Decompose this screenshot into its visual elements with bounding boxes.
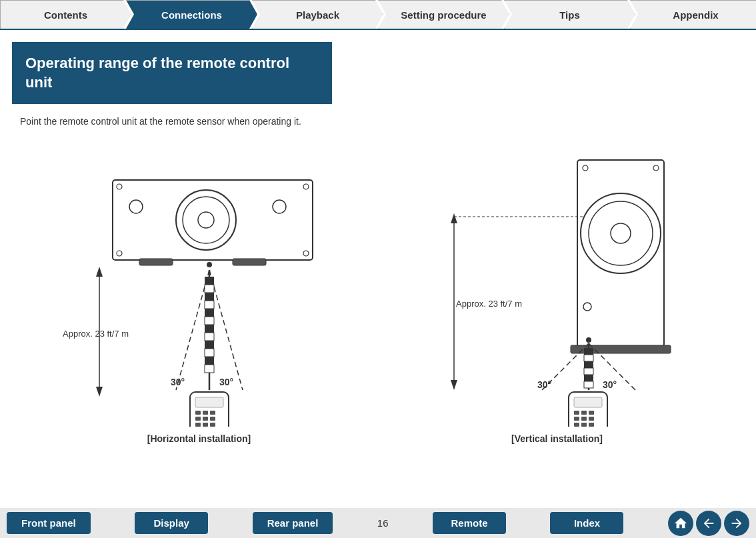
svg-rect-27 — [205, 333, 214, 341]
svg-rect-82 — [574, 417, 579, 421]
svg-rect-37 — [203, 411, 208, 415]
svg-rect-44 — [210, 423, 215, 427]
svg-rect-83 — [581, 417, 587, 421]
svg-rect-41 — [210, 417, 215, 421]
svg-rect-72 — [584, 375, 593, 381]
tab-setting-procedure[interactable]: Setting procedure — [378, 0, 509, 29]
svg-text:Approx. 23 ft/7 m: Approx. 23 ft/7 m — [63, 329, 129, 339]
tab-connections[interactable]: Connections — [126, 0, 257, 29]
vertical-label: [Vertical installation] — [511, 433, 603, 444]
svg-rect-28 — [205, 341, 214, 349]
svg-rect-24 — [205, 309, 214, 317]
svg-rect-25 — [205, 317, 214, 325]
svg-text:30°: 30° — [603, 379, 617, 390]
tab-playback[interactable]: Playback — [252, 0, 383, 29]
arrow-right-icon — [729, 516, 744, 531]
svg-rect-80 — [581, 411, 587, 415]
page-description: Point the remote control unit at the rem… — [20, 116, 756, 127]
svg-rect-22 — [205, 293, 214, 301]
svg-rect-69 — [584, 355, 593, 361]
remote-button[interactable]: Remote — [433, 512, 506, 534]
horizontal-diagram-svg: Approx. 23 ft/7 m 30° 30° — [59, 140, 339, 427]
svg-text:Approx. 23 ft/7 m: Approx. 23 ft/7 m — [456, 299, 522, 309]
svg-rect-81 — [589, 411, 594, 415]
svg-rect-11 — [233, 259, 266, 265]
svg-point-5 — [273, 200, 286, 213]
horizontal-diagram: Approx. 23 ft/7 m 30° 30° — [20, 140, 378, 444]
svg-rect-31 — [205, 365, 214, 373]
home-icon — [673, 516, 688, 531]
svg-rect-35 — [195, 397, 223, 407]
rear-panel-button[interactable]: Rear panel — [253, 512, 333, 534]
svg-point-55 — [611, 223, 631, 243]
svg-rect-79 — [574, 411, 579, 415]
vertical-diagram-svg: Approx. 23 ft/7 m 30° 30° — [431, 140, 684, 427]
svg-rect-78 — [574, 397, 602, 407]
horizontal-label: [Horizontal installation] — [147, 433, 251, 444]
svg-point-59 — [586, 337, 591, 343]
index-button[interactable]: Index — [550, 512, 623, 534]
svg-rect-36 — [195, 411, 201, 415]
display-button[interactable]: Display — [135, 512, 208, 534]
svg-marker-63 — [451, 380, 457, 390]
tab-appendix[interactable]: Appendix — [630, 0, 756, 29]
svg-rect-85 — [574, 423, 579, 427]
top-tabs: Contents Connections Playback Setting pr… — [0, 0, 756, 30]
svg-marker-62 — [451, 213, 457, 223]
svg-rect-71 — [584, 368, 593, 375]
svg-text:30°: 30° — [537, 379, 551, 390]
tab-tips[interactable]: Tips — [504, 0, 635, 29]
svg-rect-10 — [139, 259, 173, 265]
svg-text:30°: 30° — [219, 377, 233, 387]
svg-rect-84 — [589, 417, 594, 421]
svg-rect-38 — [210, 411, 215, 415]
svg-rect-42 — [195, 423, 201, 427]
back-button[interactable] — [696, 511, 721, 536]
svg-point-3 — [198, 212, 214, 228]
svg-rect-43 — [203, 423, 208, 427]
svg-point-4 — [129, 200, 143, 213]
svg-rect-29 — [205, 349, 214, 357]
svg-text:30°: 30° — [171, 377, 185, 387]
svg-rect-70 — [584, 361, 593, 368]
svg-rect-87 — [589, 423, 594, 427]
svg-rect-86 — [581, 423, 587, 427]
svg-rect-20 — [205, 277, 214, 285]
bottom-bar: Front panel Display Rear panel 16 Remote… — [0, 508, 756, 538]
page-number: 16 — [377, 517, 389, 529]
home-button[interactable] — [668, 511, 693, 536]
svg-rect-40 — [203, 417, 208, 421]
content-area: Approx. 23 ft/7 m 30° 30° — [0, 133, 756, 451]
svg-rect-39 — [195, 417, 201, 421]
front-panel-button[interactable]: Front panel — [7, 512, 91, 534]
svg-marker-15 — [96, 387, 103, 397]
svg-point-12 — [207, 262, 212, 267]
svg-rect-23 — [205, 301, 214, 309]
tab-contents[interactable]: Contents — [0, 0, 131, 29]
arrow-left-icon — [701, 516, 716, 531]
svg-rect-73 — [584, 381, 593, 388]
nav-icons — [668, 511, 749, 536]
svg-marker-14 — [96, 267, 103, 277]
forward-button[interactable] — [724, 511, 749, 536]
svg-rect-21 — [205, 285, 214, 293]
svg-rect-30 — [205, 357, 214, 365]
svg-rect-26 — [205, 325, 214, 333]
vertical-diagram: Approx. 23 ft/7 m 30° 30° — [378, 140, 736, 444]
svg-rect-68 — [584, 348, 593, 355]
page-title: Operating range of the remote control un… — [12, 42, 332, 104]
